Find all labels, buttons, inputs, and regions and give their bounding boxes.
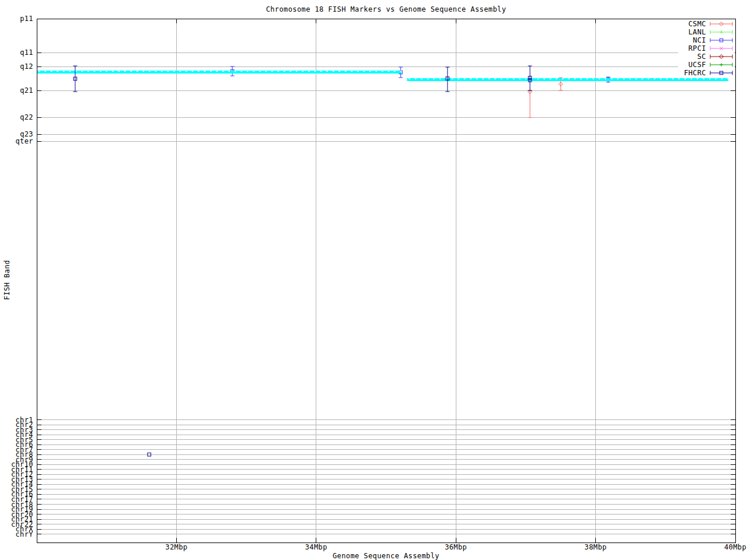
plot-border xyxy=(37,19,735,542)
y-tick-label-qter: qter xyxy=(16,137,34,145)
legend: CSMCLANLNCIRPCISCUCSFFHCRC xyxy=(678,19,735,78)
legend-label-CSMC: CSMC xyxy=(689,20,707,28)
series-FHCRC xyxy=(73,66,532,456)
x-tick-label-40Mbp: 40Mbp xyxy=(724,543,746,551)
y-tick-label-chrY: chrY xyxy=(16,530,34,538)
gnuplot-canvas: Chromosome 18 FISH Markers vs Genome Seq… xyxy=(0,0,747,560)
y-tick-label-q11: q11 xyxy=(20,48,33,57)
series-CSMC xyxy=(528,78,563,118)
legend-label-LANL: LANL xyxy=(689,28,707,36)
legend-label-RPCI: RPCI xyxy=(689,44,707,52)
x-tick-label-34Mbp: 34Mbp xyxy=(305,543,327,551)
axes xyxy=(37,19,735,542)
y-tick-label-q21: q21 xyxy=(20,86,33,94)
y-tick-label-q12: q12 xyxy=(20,62,33,71)
x-tick-label-36Mbp: 36Mbp xyxy=(445,543,467,551)
legend-label-SC: SC xyxy=(697,52,706,61)
tick-labels: p11q11q12q21q22q23qterchr1chr2chr3chr4ch… xyxy=(11,15,746,551)
legend-label-NCI: NCI xyxy=(693,36,706,44)
legend-label-FHCRC: FHCRC xyxy=(684,69,706,77)
x-tick-label-32Mbp: 32Mbp xyxy=(165,543,187,551)
x-tick-label-38Mbp: 38Mbp xyxy=(585,543,607,551)
assembly-band xyxy=(407,78,728,81)
legend-label-UCSF: UCSF xyxy=(689,61,707,69)
assembly-band xyxy=(37,71,402,74)
gridlines xyxy=(37,19,735,542)
plot-area: p11q11q12q21q22q23qterchr1chr2chr3chr4ch… xyxy=(0,0,747,560)
y-tick-label-p11: p11 xyxy=(20,15,33,23)
assembly-track xyxy=(37,71,728,81)
y-tick-label-q22: q22 xyxy=(20,113,33,121)
